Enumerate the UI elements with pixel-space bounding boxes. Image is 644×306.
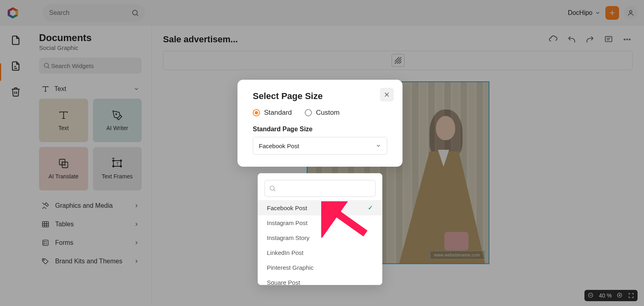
standard-size-select[interactable]: Facebook Post — [253, 137, 387, 155]
option-label: Square Post — [267, 279, 300, 285]
page-size-modal: Select Page Size Standard Custom Standar… — [237, 80, 402, 167]
select-value: Facebook Post — [259, 143, 299, 149]
search-icon — [269, 185, 276, 192]
radio-custom[interactable]: Custom — [305, 109, 340, 117]
dropdown-search-input[interactable] — [276, 185, 371, 192]
radio-label: Standard — [264, 109, 292, 117]
option-label: LinkedIn Post — [267, 249, 303, 256]
check-icon: ✓ — [368, 204, 373, 211]
radio-standard[interactable]: Standard — [253, 109, 292, 117]
radio-dot-icon — [305, 109, 312, 116]
radio-label: Custom — [316, 109, 340, 117]
option-label: Instagram Post — [267, 219, 308, 226]
modal-title: Select Page Size — [253, 91, 387, 101]
option-label: Facebook Post — [267, 205, 307, 211]
option-label: Pinterest Graphic — [267, 264, 314, 271]
size-select-label: Standard Page Size — [253, 126, 387, 133]
svg-point-54 — [270, 186, 275, 190]
size-dropdown: Facebook Post ✓ Instagram Post Instagram… — [258, 173, 382, 285]
option-label: Instagram Story — [267, 234, 310, 241]
dropdown-option[interactable]: Pinterest Graphic — [258, 260, 382, 275]
dropdown-list: Facebook Post ✓ Instagram Post Instagram… — [258, 200, 382, 285]
dropdown-option[interactable]: Instagram Story — [258, 230, 382, 245]
radio-dot-icon — [253, 109, 260, 116]
dropdown-search[interactable] — [264, 180, 376, 197]
modal-close-button[interactable] — [380, 88, 394, 101]
svg-line-55 — [274, 190, 275, 191]
chevron-down-icon — [376, 143, 381, 149]
dropdown-option[interactable]: Square Post — [258, 275, 382, 285]
size-mode-radios: Standard Custom — [253, 109, 387, 117]
dropdown-option[interactable]: Facebook Post ✓ — [258, 200, 382, 215]
dropdown-option[interactable]: Instagram Post — [258, 215, 382, 230]
dropdown-option[interactable]: LinkedIn Post — [258, 245, 382, 260]
